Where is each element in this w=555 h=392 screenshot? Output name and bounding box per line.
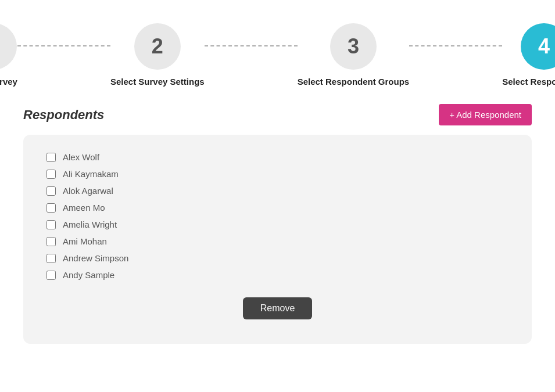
list-item: Ali Kaymakam (46, 169, 509, 179)
respondent-name: Ameen Mo (63, 203, 105, 213)
add-respondent-button[interactable]: + Add Respondent (439, 104, 532, 125)
step-label-1: Edit Survey (0, 77, 17, 87)
respondents-title: Respondents (23, 107, 104, 123)
list-item: Andy Sample (46, 270, 509, 280)
step-connector-3 (409, 45, 502, 46)
respondent-name: Amelia Wright (63, 220, 117, 229)
list-item: Alok Agarwal (46, 186, 509, 196)
step-label-4: Select Respondents (502, 77, 555, 87)
step-item-3: 3Select Respondent Groups (298, 23, 410, 87)
respondents-header: Respondents + Add Respondent (23, 104, 532, 125)
respondent-checkbox-2[interactable] (46, 186, 56, 196)
respondents-container: Alex WolfAli KaymakamAlok AgarwalAmeen M… (23, 135, 532, 344)
respondent-checkbox-3[interactable] (46, 203, 56, 213)
step-item-4: 4Select Respondents (502, 23, 555, 87)
step-item-1: 1Edit Survey (0, 23, 17, 87)
respondent-checkbox-1[interactable] (46, 170, 56, 179)
respondent-name: Andy Sample (63, 270, 114, 280)
step-label-2: Select Survey Settings (110, 77, 205, 87)
step-label-3: Select Respondent Groups (298, 77, 410, 87)
respondent-checkbox-7[interactable] (46, 271, 56, 280)
list-item: Andrew Simpson (46, 253, 509, 263)
remove-button[interactable]: Remove (243, 297, 313, 319)
list-item: Ameen Mo (46, 203, 509, 213)
list-item: Amelia Wright (46, 220, 509, 229)
step-circle-1: 1 (0, 23, 17, 70)
step-connector-1 (17, 45, 110, 46)
step-item-2: 2Select Survey Settings (110, 23, 205, 87)
step-circle-4: 4 (521, 23, 555, 70)
respondent-name: Alex Wolf (63, 152, 99, 162)
step-circle-2: 2 (134, 23, 181, 70)
respondent-list: Alex WolfAli KaymakamAlok AgarwalAmeen M… (46, 152, 509, 280)
respondent-checkbox-0[interactable] (46, 153, 56, 162)
respondent-name: Ali Kaymakam (63, 169, 119, 179)
remove-button-wrap: Remove (46, 297, 509, 319)
stepper: 1Edit Survey2Select Survey Settings3Sele… (17, 12, 538, 92)
respondent-checkbox-5[interactable] (46, 237, 56, 246)
respondent-checkbox-6[interactable] (46, 254, 56, 263)
respondent-name: Ami Mohan (63, 236, 107, 246)
respondent-checkbox-4[interactable] (46, 220, 56, 229)
list-item: Ami Mohan (46, 236, 509, 246)
respondent-name: Alok Agarwal (63, 186, 113, 196)
step-circle-3: 3 (330, 23, 377, 70)
step-connector-2 (205, 45, 298, 46)
respondent-name: Andrew Simpson (63, 253, 128, 263)
list-item: Alex Wolf (46, 152, 509, 162)
